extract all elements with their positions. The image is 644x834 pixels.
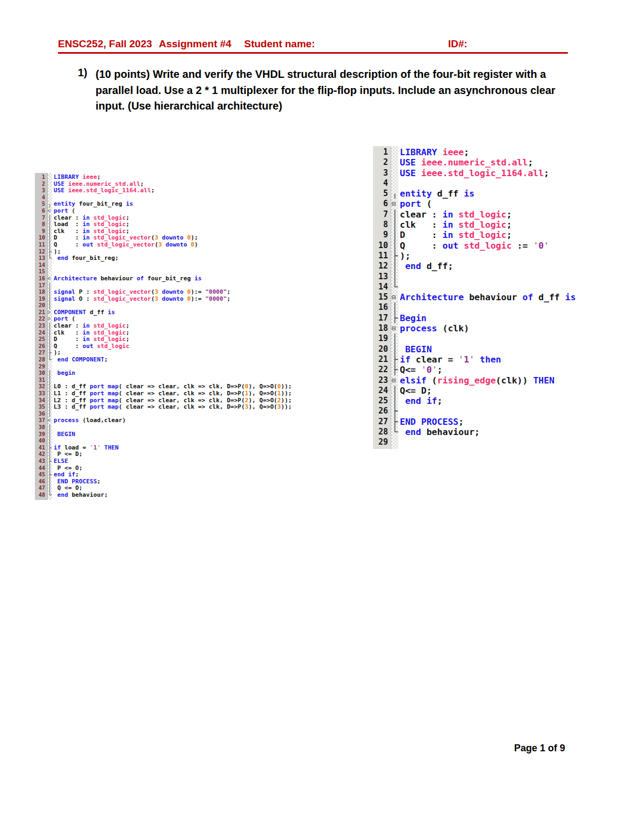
code-text: end behaviour; <box>54 492 108 499</box>
fold-guide: ├ <box>47 445 54 452</box>
code-text: Q : out std_logic_vector(3 downto 0) <box>54 242 198 249</box>
fold-guide: ├ <box>47 472 54 478</box>
line-number: 25 <box>373 396 391 406</box>
code-text: end if; <box>399 396 442 406</box>
fold-guide: │ <box>47 465 54 472</box>
code-line: 10│Q : out std_logic := '0' <box>373 241 612 251</box>
fold-guide: │ <box>47 377 54 384</box>
line-number: 31 <box>35 377 47 384</box>
line-number: 21 <box>35 309 47 316</box>
fold-guide <box>391 437 399 447</box>
fold-collapse-icon[interactable]: ⊟ <box>391 292 399 302</box>
code-line: 4 <box>373 178 612 188</box>
fold-collapse-icon[interactable]: ⊟ <box>391 323 399 333</box>
code-line: 20│ BEGIN <box>373 344 612 354</box>
line-number: 1 <box>373 147 391 157</box>
code-text: begin <box>54 370 75 377</box>
fold-collapse-icon[interactable]: ⊟ <box>47 417 54 424</box>
code-text: Q<= '0'; <box>399 365 443 375</box>
fold-guide: │ <box>47 323 54 330</box>
line-number: 18 <box>373 323 391 333</box>
fold-guide <box>391 178 399 188</box>
code-line: 16│ <box>373 302 612 313</box>
fold-guide: │ <box>47 302 54 309</box>
line-number: 43 <box>35 458 47 465</box>
fold-guide: │ <box>391 386 399 396</box>
line-number: 20 <box>373 344 391 354</box>
code-text: Begin <box>399 313 427 323</box>
code-text <box>399 282 400 292</box>
line-number: 36 <box>35 411 47 418</box>
code-lines: 1LIBRARY ieee;2USE ieee.numeric_std.all;… <box>35 173 322 499</box>
code-text <box>399 272 400 282</box>
line-number: 27 <box>35 350 47 357</box>
code-text: if clear = '1' then <box>399 354 501 365</box>
question-text-line: input. (Use hierarchical architecture) <box>96 98 579 114</box>
fold-guide <box>391 147 399 157</box>
line-number: 16 <box>35 275 47 282</box>
code-line: 42│ P <= D; <box>35 451 322 458</box>
line-number: 17 <box>35 282 47 289</box>
line-number: 1 <box>35 174 47 181</box>
fold-guide: │ <box>47 242 54 249</box>
fold-guide: └ <box>47 255 54 262</box>
line-number: 6 <box>35 208 47 215</box>
fold-collapse-icon[interactable]: ⊟ <box>391 199 399 209</box>
code-line: 13└ end four_bit_reg; <box>35 255 322 262</box>
line-number: 29 <box>373 437 391 447</box>
line-number: 42 <box>35 451 47 458</box>
code-line: 48└ end behaviour; <box>35 492 322 499</box>
line-number: 9 <box>35 228 47 235</box>
fold-guide: │ <box>47 431 54 438</box>
code-line: 29 <box>373 437 612 447</box>
line-number: 13 <box>35 255 47 262</box>
line-number: 25 <box>35 336 47 343</box>
code-text <box>399 437 400 447</box>
fold-collapse-icon[interactable]: ⊟ <box>47 275 54 282</box>
vhdl-editor-four-bit-reg: 1LIBRARY ieee;2USE ieee.numeric_std.all;… <box>35 173 322 500</box>
fold-guide: │ <box>391 230 399 240</box>
page-number: Page 1 of 9 <box>514 743 565 754</box>
fold-collapse-icon[interactable]: ⊟ <box>47 208 54 215</box>
code-line: 12│ end d_ff; <box>373 261 612 271</box>
code-line: 23⊟elsif (rising_edge(clk)) THEN <box>373 375 612 386</box>
fold-guide: │ <box>47 438 54 445</box>
fold-guide: │ <box>391 220 399 230</box>
code-line: 21├if clear = '1' then <box>373 354 612 365</box>
code-text: ); <box>399 251 411 261</box>
code-text: BEGIN <box>54 431 75 438</box>
fold-collapse-icon[interactable]: ⊟ <box>47 316 54 323</box>
line-number: 37 <box>35 417 47 424</box>
line-number: 28 <box>373 427 391 437</box>
fold-guide: │ <box>47 370 54 377</box>
student-name-label: Student name: <box>244 38 315 50</box>
fold-guide <box>47 187 54 194</box>
fold-guide: ├ <box>391 365 399 375</box>
line-number: 34 <box>35 397 47 404</box>
line-number: 23 <box>35 323 47 330</box>
line-number: 14 <box>373 282 391 292</box>
vhdl-editor-d-ff: 1LIBRARY ieee;2USE ieee.numeric_std.all;… <box>373 146 612 449</box>
fold-guide <box>47 269 54 275</box>
fold-guide: │ <box>47 228 54 235</box>
fold-collapse-icon[interactable]: ⊟ <box>47 309 54 316</box>
line-number: 15 <box>373 292 391 302</box>
line-number: 2 <box>35 181 47 188</box>
fold-guide: │ <box>391 396 399 406</box>
code-line: 17├Begin <box>373 313 612 323</box>
code-line: 37⊟process (load,clear) <box>35 417 322 424</box>
fold-collapse-icon[interactable]: ⊟ <box>391 375 399 386</box>
code-text: Architecture behaviour of d_ff is <box>399 292 576 302</box>
line-number: 3 <box>373 168 391 178</box>
fold-guide: ├ <box>391 406 399 416</box>
line-number: 38 <box>35 424 47 431</box>
code-line: 18⊟process (clk) <box>373 323 612 333</box>
code-line: 26│Q : out std_logic <box>35 343 322 350</box>
code-text: process (load,clear) <box>54 417 126 424</box>
code-text: USE ieee.std_logic_1164.all; <box>399 168 549 178</box>
line-number: 17 <box>373 313 391 323</box>
line-number: 30 <box>35 370 47 377</box>
fold-guide: ├ <box>391 251 399 261</box>
question-text: (10 points) Write and verify the VHDL st… <box>96 67 579 114</box>
code-line: 35│L3 : d_ff port map( clear => clear, c… <box>35 404 322 411</box>
